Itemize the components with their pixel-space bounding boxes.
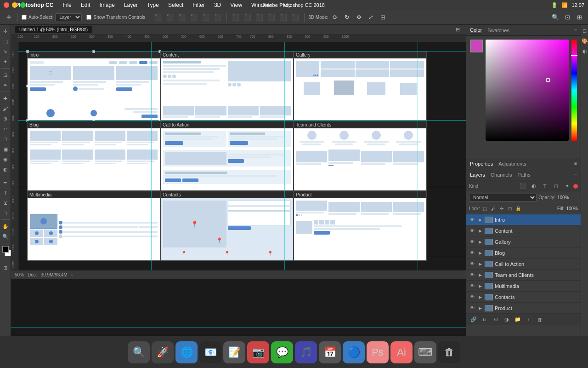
expand-icon-product[interactable]: ▶ <box>477 305 483 311</box>
zoom-tool[interactable]: 🔍 <box>1 232 10 241</box>
maximize-button[interactable] <box>20 2 26 8</box>
distrib-top-icon[interactable]: ⬛ <box>266 12 277 23</box>
dock-ai[interactable]: Ai <box>390 341 413 363</box>
distrib-bottom-icon[interactable]: ⬛ <box>290 12 300 23</box>
lasso-tool[interactable]: ∿ <box>1 47 10 56</box>
visibility-icon-blog[interactable]: 👁 <box>469 250 475 256</box>
minimize-button[interactable] <box>12 2 17 8</box>
layer-item-contacts[interactable]: 👁 ▶ Contacts <box>466 292 581 303</box>
history-tool[interactable]: ↩ <box>1 124 10 133</box>
color-picker[interactable] <box>486 40 569 141</box>
dock-terminal[interactable]: ⌨ <box>414 341 436 363</box>
expand-icon-cta[interactable]: ▶ <box>477 261 483 267</box>
sel-handle-tl[interactable] <box>26 50 29 53</box>
fx-icon[interactable]: fx <box>480 315 489 324</box>
dock-itunes[interactable]: 🎵 <box>295 341 317 363</box>
dock-messages[interactable]: 💬 <box>271 341 293 363</box>
move-tool[interactable]: ✛ <box>1 27 10 36</box>
collapse-icon[interactable]: ⊟ <box>581 27 588 35</box>
path-tool[interactable]: ⊻ <box>1 198 10 207</box>
fg-color-chip[interactable] <box>470 40 483 52</box>
align-bottom-icon[interactable]: ⬛ <box>213 12 223 23</box>
3d-scale-icon[interactable]: ⊞ <box>378 12 388 23</box>
dock-photos[interactable]: 📷 <box>247 341 269 363</box>
tab-layers[interactable]: Layers <box>470 172 485 178</box>
3d-rotate-icon[interactable]: ⟳ <box>330 12 340 23</box>
hand-tool[interactable]: ✋ <box>1 222 10 231</box>
tab-paths[interactable]: Paths <box>518 172 531 178</box>
eraser-tool[interactable]: ◻ <box>1 134 10 144</box>
visibility-icon-cta[interactable]: 👁 <box>469 261 475 267</box>
layer-item-team[interactable]: 👁 ▶ Team and Clients <box>466 270 581 281</box>
crop-tool[interactable]: ⊡ <box>1 70 10 80</box>
lock-move-icon[interactable]: ✛ <box>498 206 505 212</box>
search-icon[interactable]: 🔍 <box>550 12 560 23</box>
3d-roll-icon[interactable]: ↻ <box>342 12 352 23</box>
new-layer-icon[interactable]: + <box>524 315 533 324</box>
menu-layer[interactable]: Layer <box>122 2 140 8</box>
layer-item-content[interactable]: 👁 ▶ Content <box>466 225 581 236</box>
canvas-area[interactable]: Untitled-1 @ 50% (Intro, RGB/8#) ⊟ 100 1… <box>11 25 466 336</box>
layer-item-multimedia[interactable]: 👁 ▶ Multimedia <box>466 281 581 292</box>
menu-type[interactable]: Type <box>145 2 161 8</box>
layout-icon[interactable]: ⊞ <box>574 12 584 23</box>
dock-launchpad[interactable]: 🚀 <box>152 341 174 363</box>
tab-swatches[interactable]: Swatches <box>487 28 509 33</box>
filter-adjustment-icon[interactable]: ◐ <box>529 182 538 191</box>
dock-ps[interactable]: Ps <box>367 341 389 363</box>
lock-checkerboard-icon[interactable]: ⬚ <box>482 206 488 212</box>
align-right-icon[interactable]: ⬛ <box>177 12 187 23</box>
gradient-tool[interactable]: ▣ <box>1 144 10 154</box>
distrib-right-icon[interactable]: ⬛ <box>254 12 265 23</box>
dock-notes[interactable]: 📝 <box>223 341 245 363</box>
visibility-icon-team[interactable]: 👁 <box>469 272 475 278</box>
lock-brush-icon[interactable]: 🖌 <box>490 206 497 212</box>
expand-icon-multimedia[interactable]: ▶ <box>477 283 483 289</box>
tab-properties[interactable]: Properties <box>470 161 493 167</box>
layer-item-blog[interactable]: 👁 ▶ Blog <box>466 247 581 259</box>
visibility-icon-product[interactable]: 👁 <box>469 305 475 311</box>
expand-icon-blog[interactable]: ▶ <box>477 250 483 256</box>
add-mask-icon[interactable]: ⊙ <box>491 315 500 324</box>
tab-adjustments[interactable]: Adjustments <box>498 161 526 167</box>
workspaces-icon[interactable]: ⊡ <box>562 12 572 23</box>
hue-bar[interactable] <box>571 40 577 141</box>
visibility-icon-content[interactable]: 👁 <box>469 228 475 234</box>
new-group-icon[interactable]: 📁 <box>513 315 522 324</box>
3d-slide-icon[interactable]: ⤢ <box>366 12 376 23</box>
expand-icon-content[interactable]: ▶ <box>477 228 483 234</box>
visibility-icon-contacts[interactable]: 👁 <box>469 294 475 300</box>
distrib-middle-icon[interactable]: ⬛ <box>278 12 288 23</box>
visibility-icon-intro[interactable]: 👁 <box>469 217 475 223</box>
tab-color[interactable]: Color <box>470 27 482 33</box>
document-tab[interactable]: Untitled-1 @ 50% (Intro, RGB/8#) <box>15 26 92 33</box>
blur-tool[interactable]: ◉ <box>1 155 10 164</box>
lock-artboard-icon[interactable]: ⊡ <box>507 206 513 212</box>
foreground-color[interactable] <box>2 246 9 253</box>
dock-trash[interactable]: 🗑 <box>438 341 460 363</box>
eyedropper-tool[interactable]: ✒ <box>1 80 10 90</box>
align-top-icon[interactable]: ⬛ <box>189 12 199 23</box>
selection-tool[interactable]: ⬚ <box>1 37 10 46</box>
link-layers-icon[interactable]: 🔗 <box>469 315 478 324</box>
filter-pixel-icon[interactable]: ⬛ <box>518 182 527 191</box>
props-panel-menu-icon[interactable]: ≡ <box>574 161 577 166</box>
tab-channels[interactable]: Channels <box>491 172 512 178</box>
visibility-icon-multimedia[interactable]: 👁 <box>469 283 475 289</box>
lock-all-icon[interactable]: 🔒 <box>515 206 521 212</box>
stamp-tool[interactable]: ⊕ <box>1 114 10 123</box>
layer-item-intro[interactable]: 👁 ▶ Intro <box>466 214 581 225</box>
layer-select[interactable]: Layer Group <box>55 13 82 21</box>
healing-tool[interactable]: ✚ <box>1 94 10 103</box>
menu-3d[interactable]: 3D <box>212 2 223 8</box>
layers-menu-icon[interactable]: ≡ <box>574 172 577 178</box>
magic-wand-tool[interactable]: ✦ <box>1 57 10 66</box>
expand-icon-team[interactable]: ▶ <box>477 272 483 278</box>
sel-handle-tm[interactable] <box>92 50 95 53</box>
menu-view[interactable]: View <box>228 2 244 8</box>
align-center-icon[interactable]: ⬛ <box>165 12 175 23</box>
align-middle-icon[interactable]: ⬛ <box>201 12 211 23</box>
filter-type-icon[interactable]: T <box>540 182 549 191</box>
new-fill-icon[interactable]: ◑ <box>502 315 511 324</box>
status-expand-arrow[interactable]: › <box>71 272 73 277</box>
